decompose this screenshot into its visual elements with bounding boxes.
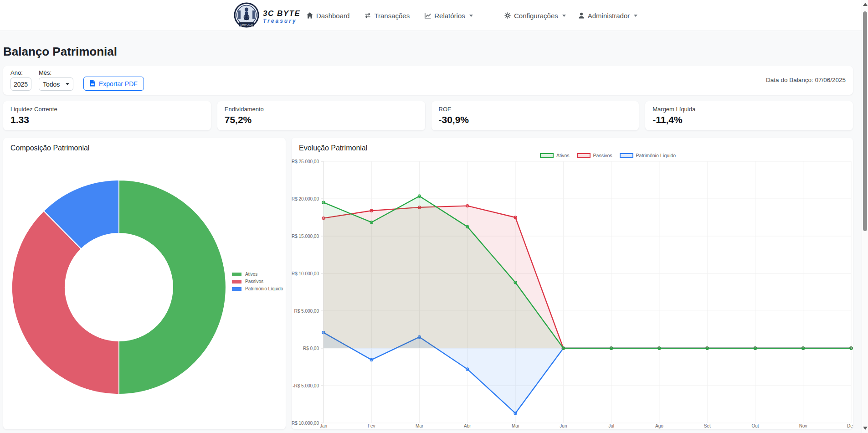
nav-item-label: Relatórios bbox=[434, 12, 465, 20]
month-label: Mês: bbox=[39, 69, 73, 76]
svg-text:Jul: Jul bbox=[608, 423, 614, 428]
export-pdf-label: Exportar PDF bbox=[99, 80, 138, 88]
scrollbar-down-arrow-icon[interactable] bbox=[863, 427, 868, 430]
svg-text:-R$ 5.000,00: -R$ 5.000,00 bbox=[293, 383, 319, 388]
filter-bar: Ano: Mês: Todos Exportar PDF Data do Bal… bbox=[3, 66, 853, 95]
nav-item-transacoes[interactable]: Transações bbox=[364, 12, 410, 20]
kpi-label: Endividamento bbox=[225, 106, 418, 113]
year-label: Ano: bbox=[10, 69, 31, 76]
chart-icon bbox=[424, 12, 431, 19]
legend-label: Passivos bbox=[245, 279, 263, 284]
year-filter-group: Ano: bbox=[10, 69, 31, 91]
svg-text:Abr: Abr bbox=[464, 423, 471, 428]
svg-text:R$ 20.000,00: R$ 20.000,00 bbox=[292, 196, 319, 201]
svg-text:R$ 15.000,00: R$ 15.000,00 bbox=[292, 234, 319, 239]
user-icon bbox=[578, 12, 585, 19]
nav-item-label: Dashboard bbox=[316, 12, 349, 20]
brand-name: 3C BYTE bbox=[263, 10, 300, 17]
charts-row: Composição Patrimonial Ativos Passivos P… bbox=[3, 138, 853, 429]
svg-text:R$ 5.000,00: R$ 5.000,00 bbox=[294, 309, 319, 314]
svg-text:R$ 10.000,00: R$ 10.000,00 bbox=[292, 271, 319, 276]
chevron-down-icon bbox=[469, 15, 473, 17]
pdf-file-icon bbox=[90, 80, 96, 88]
kpi-value: 1.33 bbox=[10, 114, 204, 125]
svg-text:Dez: Dez bbox=[847, 423, 853, 428]
kpi-value: -11,4% bbox=[652, 114, 846, 125]
nav-item-dashboard[interactable]: Dashboard bbox=[306, 12, 349, 20]
donut-segment-0[interactable] bbox=[119, 180, 226, 394]
main-content: Balanço Patrimonial Ano: Mês: Todos Expo… bbox=[0, 45, 868, 429]
svg-text:R$ 0,00: R$ 0,00 bbox=[303, 346, 319, 351]
chevron-down-icon bbox=[562, 15, 566, 17]
kpi-row: Liquidez Corrente 1.33 Endividamento 75,… bbox=[3, 101, 853, 130]
legend-label: Patrimônio Líquido bbox=[245, 286, 283, 291]
kpi-label: Liquidez Corrente bbox=[10, 106, 204, 113]
kpi-label: Margem Líquida bbox=[652, 106, 846, 113]
composition-donut-chart[interactable] bbox=[10, 173, 228, 401]
legend-item-patrimonio[interactable]: Patrimônio Líquido bbox=[232, 286, 283, 291]
legend-label: Ativos bbox=[245, 272, 257, 277]
export-pdf-button[interactable]: Exportar PDF bbox=[83, 77, 144, 91]
kpi-card-roe: ROE -30,9% bbox=[431, 101, 639, 130]
brand[interactable]: Since 2020 3C BYTE Treasury bbox=[233, 2, 300, 31]
kpi-label: ROE bbox=[439, 106, 632, 113]
chevron-down-icon bbox=[634, 15, 637, 17]
svg-text:Out: Out bbox=[751, 423, 759, 428]
legend-item-passivos[interactable]: Passivos bbox=[232, 279, 283, 284]
kpi-value: 75,2% bbox=[225, 114, 418, 125]
year-input[interactable] bbox=[10, 77, 31, 91]
svg-text:Mar: Mar bbox=[416, 423, 424, 428]
main-nav: Dashboard Transações Relatórios bbox=[306, 0, 473, 31]
balance-date-text: Data do Balanço: 07/06/2025 bbox=[766, 77, 846, 83]
brand-logo-emblem-icon: Since 2020 bbox=[233, 2, 260, 31]
svg-text:Since 2020: Since 2020 bbox=[240, 23, 253, 26]
month-select-value: Todos bbox=[43, 81, 60, 88]
legend-swatch bbox=[232, 280, 241, 284]
composition-chart-title: Composição Patrimonial bbox=[10, 144, 278, 152]
nav-item-label: Transações bbox=[374, 12, 410, 20]
evolution-line-chart[interactable]: R$ 25.000,00R$ 20.000,00R$ 15.000,00R$ 1… bbox=[292, 138, 853, 429]
donut-segment-1[interactable] bbox=[12, 211, 119, 394]
month-filter-group: Mês: Todos bbox=[39, 69, 73, 91]
composition-chart-legend: Ativos Passivos Patrimônio Líquido bbox=[232, 272, 283, 291]
home-icon bbox=[306, 12, 313, 19]
kpi-card-margem: Margem Líquida -11,4% bbox=[645, 101, 853, 130]
scrollbar-up-arrow-icon[interactable] bbox=[863, 3, 868, 6]
composition-chart-card: Composição Patrimonial Ativos Passivos P… bbox=[3, 138, 286, 429]
gear-icon bbox=[504, 12, 511, 19]
evolution-chart-card: Evolução Patrimonial Ativos Passivos Pat… bbox=[292, 138, 853, 429]
legend-item-ativos[interactable]: Ativos bbox=[232, 272, 283, 277]
kpi-card-liquidez: Liquidez Corrente 1.33 bbox=[3, 101, 211, 130]
page-title: Balanço Patrimonial bbox=[3, 45, 853, 59]
right-nav: Configurações Administrador bbox=[504, 0, 637, 31]
svg-text:Jan: Jan bbox=[320, 423, 327, 428]
transfer-icon bbox=[364, 12, 371, 19]
svg-text:Jun: Jun bbox=[560, 423, 567, 428]
nav-item-relatorios[interactable]: Relatórios bbox=[424, 12, 473, 20]
svg-text:Mai: Mai bbox=[512, 423, 519, 428]
kpi-value: -30,9% bbox=[439, 114, 632, 125]
svg-text:Nov: Nov bbox=[799, 423, 807, 428]
chevron-down-icon bbox=[66, 83, 69, 85]
svg-text:Fev: Fev bbox=[368, 423, 375, 428]
kpi-card-endividamento: Endividamento 75,2% bbox=[217, 101, 425, 130]
svg-text:-R$ 10.000,00: -R$ 10.000,00 bbox=[292, 421, 319, 426]
month-select[interactable]: Todos bbox=[39, 77, 73, 91]
nav-item-label: Configurações bbox=[514, 12, 558, 20]
svg-text:Ago: Ago bbox=[655, 423, 663, 428]
nav-item-label: Administrador bbox=[588, 12, 630, 20]
nav-item-administrador[interactable]: Administrador bbox=[578, 12, 638, 20]
legend-swatch bbox=[232, 273, 241, 276]
svg-text:Set: Set bbox=[704, 423, 711, 428]
navbar: Since 2020 3C BYTE Treasury Dashboard Tr… bbox=[0, 0, 868, 31]
svg-text:R$ 25.000,00: R$ 25.000,00 bbox=[292, 159, 319, 164]
vertical-scrollbar[interactable] bbox=[862, 0, 868, 433]
legend-swatch bbox=[232, 287, 241, 291]
brand-subtitle: Treasury bbox=[263, 18, 300, 24]
nav-item-configuracoes[interactable]: Configurações bbox=[504, 12, 566, 20]
scrollbar-thumb[interactable] bbox=[863, 11, 867, 231]
